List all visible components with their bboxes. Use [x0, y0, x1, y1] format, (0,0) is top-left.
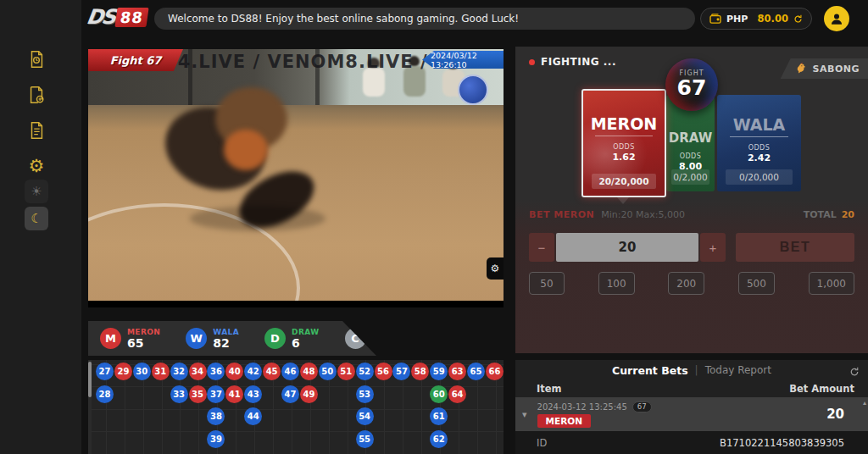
history-result-34: 34 — [189, 363, 207, 380]
history-result-59: 59 — [430, 363, 448, 380]
stat-circle: W — [186, 328, 207, 349]
wala-amount: 0/20,000 — [726, 169, 793, 185]
welcome-banner: Welcome to DS88! Enjoy the best online s… — [154, 8, 695, 30]
spectator — [363, 68, 385, 97]
timestamp-ribbon: 2024/03/12 13:26:10 — [422, 51, 504, 69]
history-result-45: 45 — [263, 363, 281, 380]
history-result-60: 60 — [430, 385, 448, 403]
column-item: Item — [537, 383, 562, 395]
bet-history-icon — [27, 50, 46, 69]
amount-decrease-button[interactable]: − — [529, 233, 554, 262]
stat-value: 4 — [372, 337, 408, 349]
history-result-42: 42 — [244, 363, 262, 380]
bet-row-details: 2024-03-12 13:25:45 67 MERON — [537, 401, 652, 428]
sidebar-item-rules[interactable] — [25, 119, 48, 142]
status-text: FIGHTING ... — [541, 56, 616, 68]
theme-light-button[interactable]: ☀ — [25, 180, 48, 203]
bet-card-meron[interactable]: MERON ODDS 1.62 20/20,000 — [581, 89, 666, 197]
bet-id-value: B1710221145803839305 — [720, 437, 844, 449]
bet-row[interactable]: ▾ 2024-03-12 13:25:45 67 MERON 20 — [515, 397, 868, 431]
refresh-icon — [849, 367, 860, 377]
amount-increase-button[interactable]: + — [700, 233, 726, 262]
wallet-balance[interactable]: PHP 80.00 — [700, 8, 812, 30]
meron-amount: 20/20,000 — [592, 174, 657, 189]
fight-number-ribbon: Fight 67 — [88, 49, 183, 71]
history-result-55: 55 — [356, 430, 374, 448]
video-scene: UCOP4.LIVE / VENOM8.LIVE / RISKISAN — [88, 49, 504, 301]
chevron-down-icon[interactable]: ▾ — [522, 409, 527, 420]
tab-today-report[interactable]: Today Report — [705, 364, 771, 376]
fight-number-circle: FIGHT 67 — [665, 58, 718, 111]
history-result-66: 66 — [486, 363, 504, 380]
video-player[interactable]: UCOP4.LIVE / VENOM8.LIVE / RISKISAN Figh… — [88, 49, 504, 307]
total-label: TOTAL — [804, 209, 837, 220]
live-dot-icon — [529, 59, 535, 65]
scroll-up-icon[interactable]: ▴ — [863, 399, 866, 407]
meron-odds-value: 1.62 — [612, 152, 635, 163]
history-result-62: 62 — [430, 430, 448, 448]
bets-refresh-button[interactable] — [849, 364, 860, 380]
history-result-35: 35 — [189, 385, 207, 403]
stat-label: DRAW — [292, 328, 320, 336]
bets-header: Current Bets | Today Report — [515, 360, 868, 380]
history-result-47: 47 — [281, 385, 299, 403]
history-result-61: 61 — [430, 407, 448, 425]
tab-sabong-label: SABONG — [813, 64, 860, 75]
rooster-shadow — [190, 206, 326, 231]
stat-circle: C — [345, 328, 366, 349]
quick-amount-200[interactable]: 200 — [668, 272, 704, 295]
quick-amount-500[interactable]: 500 — [738, 272, 775, 295]
sidebar: ⚙ ☀ ☾ — [0, 0, 81, 454]
history-result-54: 54 — [356, 407, 374, 425]
transactions-icon — [27, 86, 46, 104]
history-result-40: 40 — [225, 363, 243, 380]
tab-sabong[interactable]: SABONG — [781, 58, 868, 79]
stat-label: CANCEL — [372, 328, 408, 336]
tab-current-bets[interactable]: Current Bets — [612, 364, 688, 377]
quick-amounts: 501002005001,000 — [529, 272, 854, 295]
quick-amount-1000[interactable]: 1,000 — [809, 272, 854, 295]
divider — [595, 136, 652, 136]
avatar[interactable] — [824, 6, 849, 31]
history-result-41: 41 — [225, 385, 243, 403]
theme-dark-button[interactable]: ☾ — [25, 207, 48, 230]
video-settings-button[interactable]: ⚙ — [487, 257, 504, 280]
ds88-logo[interactable]: DS 88 — [86, 5, 147, 29]
bet-card-wala[interactable]: WALA ODDS 2.42 0/20,000 — [717, 95, 801, 191]
history-result-49: 49 — [300, 385, 318, 403]
history-result-43: 43 — [244, 385, 262, 403]
sidebar-item-settings[interactable]: ⚙ — [25, 154, 48, 178]
currency-label: PHP — [726, 14, 748, 25]
meron-odds-label: ODDS — [613, 143, 635, 151]
bet-limits: Min:20 Max:5,000 — [601, 209, 685, 220]
sidebar-item-bet-history[interactable] — [25, 47, 48, 71]
bet-time: 2024-03-12 13:25:45 — [537, 402, 627, 412]
quick-amount-100[interactable]: 100 — [598, 272, 635, 295]
stat-item-meron: MMERON65 — [100, 328, 160, 349]
wala-odds-label: ODDS — [748, 144, 771, 152]
quick-amount-50[interactable]: 50 — [529, 272, 565, 295]
total-value: 20 — [842, 209, 854, 220]
wala-title: WALA — [733, 115, 786, 134]
history-result-65: 65 — [467, 363, 485, 380]
history-result-30: 30 — [133, 363, 151, 380]
stat-value: 82 — [213, 337, 239, 349]
bet-side-label: BET MERON — [529, 209, 594, 220]
history-result-29: 29 — [114, 363, 132, 380]
tab-divider: | — [695, 364, 698, 376]
welcome-text: Welcome to DS88! Enjoy the best online s… — [168, 13, 519, 25]
history-scrollbar-thumb[interactable] — [88, 362, 92, 397]
balance-value: 80.00 — [758, 13, 788, 25]
bet-button[interactable]: BET — [736, 233, 854, 262]
fight-status: FIGHTING ... — [529, 56, 616, 68]
history-result-48: 48 — [300, 363, 318, 380]
bet-amount-input[interactable] — [556, 233, 698, 262]
history-result-27: 27 — [96, 363, 114, 380]
sidebar-item-transactions[interactable] — [25, 83, 48, 107]
gear-icon: ⚙ — [491, 263, 500, 274]
history-scrollbar[interactable] — [88, 360, 92, 454]
column-bet-amount: Bet Amount — [789, 383, 854, 395]
history-result-37: 37 — [207, 385, 225, 403]
history-result-52: 52 — [356, 363, 374, 380]
refresh-icon[interactable] — [793, 11, 803, 27]
